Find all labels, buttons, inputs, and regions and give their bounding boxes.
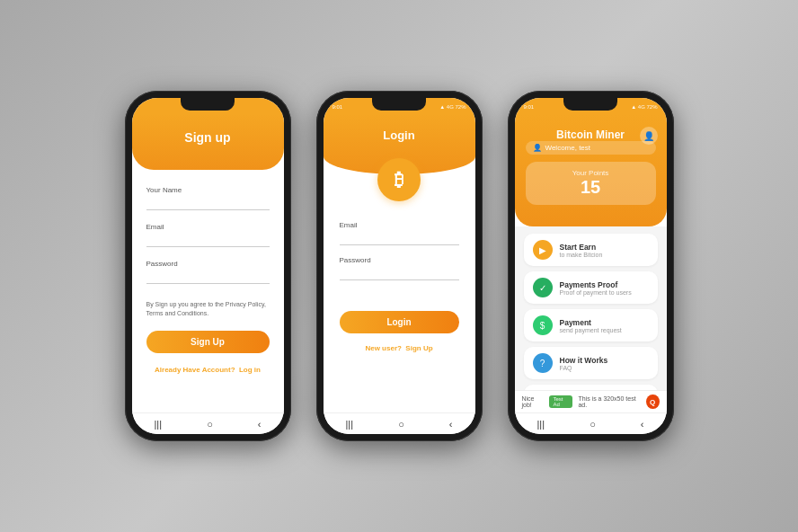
password-label: Password [146,260,270,268]
menu-item-payment[interactable]: $ Payment send payment request [524,309,658,341]
phone-dashboard: 9:01 ▲ 4G 72% Bitcoin Miner 👤 👤 Welcome,… [508,91,674,441]
nav-back-icon[interactable]: ‹ [641,419,644,430]
email-label: Email [146,223,270,231]
menu-item-start-earn[interactable]: ▶ Start Earn to make Bitcion [524,234,658,266]
ad-bar: Nice job! Test Ad This is a 320x50 test … [515,390,667,412]
email-field: Email [146,223,270,247]
menu-icon-how-it-works: ? [533,353,553,373]
login-email-input[interactable] [340,231,459,245]
login-password-field: Password [340,256,459,280]
menu-text-payments-proof: Payments Proof Proof of payment to users [560,280,632,296]
test-ad-badge: Test Ad [549,395,572,408]
signup-button[interactable]: Sign Up [146,331,270,353]
points-value: 15 [533,177,649,198]
login-password-label: Password [340,256,459,264]
login-link[interactable]: Log in [239,366,261,374]
status-time: 9:01 [524,104,535,110]
welcome-text: Welcome, test [545,144,591,152]
menu-item-payments-proof[interactable]: ✓ Payments Proof Proof of payment to use… [524,271,658,304]
notch [372,98,426,111]
bitcoin-symbol: ₿ [395,170,403,191]
menu-title-payment: Payment [560,318,622,327]
bitcoin-logo: ₿ [377,158,421,201]
terms-text: By Sign up you agree to the Privacy Poli… [146,300,270,318]
login-email-label: Email [340,221,459,229]
login-password-input[interactable] [340,266,459,280]
nav-menu-icon[interactable]: ||| [537,419,545,430]
password-field: Password [146,260,270,284]
menu-title-payments-proof: Payments Proof [560,280,632,289]
notch [563,98,617,111]
bottom-nav: ||| ○ ‹ [324,412,475,434]
bottom-nav: ||| ○ ‹ [132,412,284,434]
welcome-badge: 👤 Welcome, test [526,141,656,155]
email-input[interactable] [146,233,270,247]
login-email-field: Email [340,221,459,245]
login-body: ₿ Email Password Login New user? Sign Up [324,174,475,412]
menu-subtitle-payment: send payment request [560,327,622,333]
menu-item-how-it-works[interactable]: ? How it Works FAQ [524,347,658,379]
notch [181,98,235,111]
menu-subtitle-start-earn: to make Bitcion [560,252,603,258]
menu-list: ▶ Start Earn to make Bitcion ✓ Payments … [515,226,667,390]
menu-icon-payment: $ [533,315,553,335]
signup-form: Your Name Email Password By Sign up you … [132,170,284,412]
nav-home-icon[interactable]: ○ [398,419,404,430]
ad-description: This is a 320x50 test ad. [578,395,640,408]
menu-icon-start-earn: ▶ [533,240,553,260]
menu-text-how-it-works: How it Works FAQ [560,356,608,371]
bottom-nav: ||| ○ ‹ [515,412,667,434]
already-have-account-text: Already Have Account? [155,366,235,374]
status-icons: ▲ 4G 72% [439,104,466,110]
name-input[interactable] [146,196,270,210]
name-label: Your Name [146,186,270,194]
nav-back-icon[interactable]: ‹ [449,419,453,430]
nav-back-icon[interactable]: ‹ [258,419,262,430]
dashboard-header: Bitcoin Miner 👤 👤 Welcome, test Your Poi… [515,114,667,226]
menu-title-how-it-works: How it Works [560,356,608,365]
signup-header: Sign up [132,114,284,170]
signup-title: Sign up [143,130,273,145]
menu-subtitle-how-it-works: FAQ [560,365,608,371]
ad-logo: Q [646,395,660,409]
name-field: Your Name [146,186,270,210]
nav-home-icon[interactable]: ○ [207,419,213,430]
menu-title-start-earn: Start Earn [560,243,603,252]
phone-login: 9:01 ▲ 4G 72% Login ₿ Email Password Log… [316,91,483,441]
menu-text-start-earn: Start Earn to make Bitcion [560,243,603,258]
menu-icon-payments-proof: ✓ [533,278,553,297]
nav-menu-icon[interactable]: ||| [155,419,163,430]
status-time: 9:01 [332,104,343,110]
login-link-row: Already Have Account? Log in [146,366,270,374]
menu-subtitle-payments-proof: Proof of payment to users [560,289,632,296]
points-card: Your Points 15 [526,162,656,205]
menu-text-payment: Payment send payment request [560,318,622,333]
ad-label: Nice job! [522,395,545,408]
points-label: Your Points [533,169,649,177]
user-avatar-icon[interactable]: 👤 [640,127,658,145]
password-input[interactable] [146,270,270,284]
nav-home-icon[interactable]: ○ [590,419,596,430]
login-title: Login [334,129,465,142]
status-icons: ▲ 4G 72% [631,104,657,110]
login-button[interactable]: Login [340,311,459,333]
signup-link-row: New user? Sign Up [340,344,459,352]
phone-signup: Sign up Your Name Email Password By Sign… [125,91,291,441]
nav-menu-icon[interactable]: ||| [346,419,354,430]
new-user-text: New user? [365,344,401,352]
signup-link[interactable]: Sign Up [405,344,432,352]
dashboard-title: Bitcoin Miner [526,129,656,141]
